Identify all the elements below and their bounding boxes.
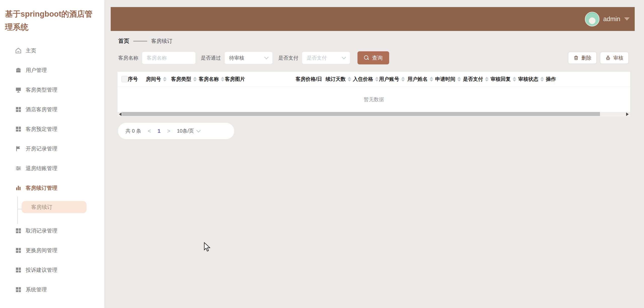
username: admin: [603, 15, 620, 23]
audit-button[interactable]: 审核: [600, 52, 629, 64]
sidebar: 基于springboot的酒店管理系统 主页用户管理客房类型管理酒店客房管理客房…: [0, 0, 104, 308]
sidebar-item-label: 系统管理: [26, 286, 47, 293]
pay-select-placeholder: 是否支付: [307, 55, 327, 61]
horizontal-scrollbar[interactable]: [117, 112, 630, 116]
app-title: 基于springboot的酒店管理系统: [0, 0, 104, 34]
sort-carets-icon[interactable]: [375, 77, 379, 82]
breadcrumb-home[interactable]: 首页: [118, 37, 129, 45]
column-header-label: 客房类型: [171, 76, 191, 83]
sidebar-item[interactable]: 主页: [0, 41, 104, 60]
sidebar-item-label: 退房结账管理: [26, 165, 57, 172]
sort-carets-icon[interactable]: [401, 77, 405, 82]
column-header-label: 客房价格/日: [296, 76, 322, 83]
sidebar-item[interactable]: 退房结账管理: [0, 159, 104, 178]
trash-icon: [573, 55, 579, 61]
pagination: 共 0 条 < 1 > 10条/页: [118, 123, 234, 139]
sidebar-item[interactable]: 开房记录管理: [0, 139, 104, 159]
sort-carets-icon[interactable]: [430, 77, 433, 82]
scrollbar-thumb[interactable]: [122, 112, 600, 116]
sidebar-subitem[interactable]: 客房续订: [22, 201, 87, 213]
briefcase-icon: [15, 67, 22, 73]
scroll-right-icon[interactable]: [626, 112, 629, 116]
sort-carets-icon[interactable]: [540, 77, 544, 82]
page-size-select[interactable]: 10条/页: [177, 128, 200, 134]
breadcrumb-divider: [133, 41, 147, 42]
column-header[interactable]: 入住价格: [353, 76, 379, 83]
column-header[interactable]: 房间号: [146, 76, 171, 83]
sidebar-item[interactable]: 系统管理: [0, 280, 104, 299]
prev-page-button[interactable]: <: [148, 128, 151, 134]
table-empty-state: 暂无数据: [117, 87, 630, 112]
main-content: admin 首页 客房续订 客房名称 是否通过 待审核 是否支付 是否支付: [104, 0, 644, 308]
sidebar-item-label: 投诉建议管理: [26, 266, 57, 274]
sidebar-item[interactable]: 用户管理: [0, 60, 104, 80]
column-header-label: 审核回复: [491, 76, 511, 83]
grid-icon: [15, 267, 22, 273]
stamp-icon: [605, 55, 611, 61]
pagination-total: 共 0 条: [126, 128, 141, 134]
column-header[interactable]: 客房类型: [171, 76, 199, 83]
select-all-checkbox[interactable]: [122, 76, 128, 82]
sidebar-item-label: 用户管理: [26, 67, 47, 74]
topbar: admin: [111, 7, 635, 31]
grid-icon: [15, 247, 22, 254]
column-header[interactable]: 续订天数: [326, 76, 353, 83]
next-page-button[interactable]: >: [167, 128, 170, 134]
user-menu[interactable]: admin: [585, 12, 630, 26]
column-header-label: 入住价格: [353, 76, 373, 83]
sidebar-item[interactable]: 投诉建议管理: [0, 260, 104, 280]
search-icon: [364, 55, 369, 60]
column-header: 客房图片: [225, 76, 296, 83]
column-header: 序号: [128, 76, 146, 83]
sidebar-item[interactable]: 客房类型管理: [0, 80, 104, 100]
column-header-label: 申请时间: [435, 76, 455, 83]
select-all-cell: [117, 76, 128, 82]
sidebar-item-label: 取消记录管理: [26, 227, 57, 234]
sidebar-item[interactable]: 更换房间管理: [0, 241, 104, 260]
sort-carets-icon[interactable]: [221, 77, 224, 82]
filter-bar: 客房名称 是否通过 待审核 是否支付 是否支付 查询: [118, 51, 629, 64]
column-header[interactable]: 审核回复: [491, 76, 518, 83]
sort-carets-icon[interactable]: [348, 77, 351, 82]
column-header-label: 用户账号: [379, 76, 399, 83]
column-header-label: 客房图片: [225, 76, 245, 83]
pass-select-value: 待审核: [229, 55, 244, 61]
bar-chart-icon: [15, 185, 22, 191]
room-name-label: 客房名称: [118, 55, 138, 61]
sort-carets-icon[interactable]: [163, 77, 167, 82]
caret-down-icon: [624, 17, 630, 21]
column-header[interactable]: 是否支付: [463, 76, 491, 83]
sidebar-item[interactable]: 酒店客房管理: [0, 100, 104, 119]
column-header[interactable]: 申请时间: [435, 76, 463, 83]
breadcrumb: 首页 客房续订: [118, 37, 172, 45]
pass-label: 是否通过: [201, 55, 221, 61]
column-header[interactable]: 客房名称: [199, 76, 225, 83]
sidebar-item-label: 更换房间管理: [26, 247, 57, 254]
sort-carets-icon[interactable]: [193, 77, 197, 82]
sidebar-item[interactable]: 取消记录管理: [0, 221, 104, 241]
search-button[interactable]: 查询: [357, 51, 389, 64]
column-header-label: 序号: [128, 76, 138, 83]
sidebar-item-label: 客房续订管理: [26, 184, 57, 191]
sidebar-item[interactable]: 客房续订管理: [0, 178, 104, 198]
delete-button[interactable]: 删除: [568, 52, 597, 64]
sort-carets-icon[interactable]: [457, 77, 461, 82]
scroll-left-icon[interactable]: [119, 112, 122, 116]
sidebar-item-label: 开房记录管理: [26, 145, 57, 152]
pass-select[interactable]: 待审核: [225, 52, 272, 64]
pay-select[interactable]: 是否支付: [302, 52, 350, 64]
sidebar-item-label: 客房类型管理: [26, 86, 57, 93]
sidebar-item[interactable]: 客房预定管理: [0, 119, 104, 139]
sliders-icon: [15, 165, 22, 172]
sort-carets-icon[interactable]: [513, 77, 516, 82]
sort-carets-icon[interactable]: [485, 77, 489, 82]
column-header-label: 房间号: [146, 76, 161, 83]
column-header[interactable]: 用户姓名: [408, 76, 435, 83]
column-header[interactable]: 用户账号: [379, 76, 408, 83]
column-header[interactable]: 审核状态: [518, 76, 546, 83]
room-name-input[interactable]: [147, 55, 191, 61]
grid-icon: [15, 227, 22, 234]
current-page[interactable]: 1: [157, 128, 160, 134]
column-header-label: 操作: [546, 76, 556, 83]
grid-icon: [15, 106, 22, 113]
